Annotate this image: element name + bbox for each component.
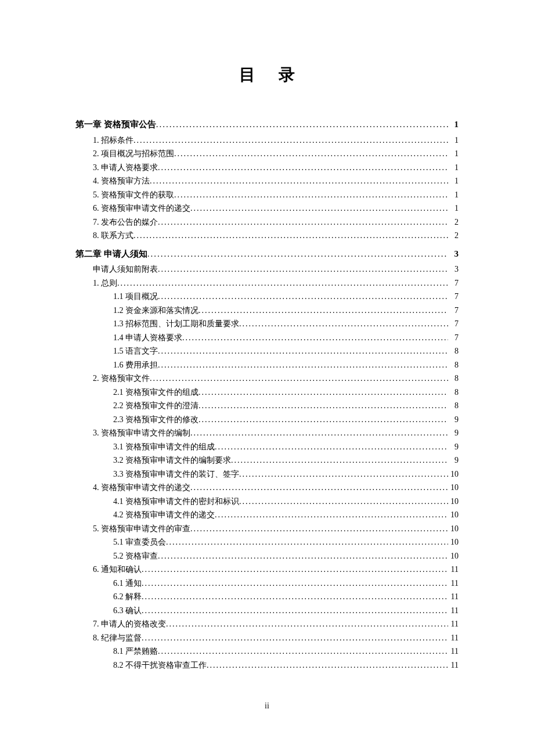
toc-leader-dots bbox=[199, 399, 448, 413]
page-number: ii bbox=[0, 701, 534, 711]
toc-entry-label: 1.6 费用承担 bbox=[113, 358, 158, 372]
toc-entry: 3.1 资格预审申请文件的组成 9 bbox=[75, 440, 459, 454]
toc-entry-page: 11 bbox=[448, 604, 459, 618]
toc-entry-label: 5.1 审查委员会 bbox=[113, 535, 166, 549]
toc-entry: 2.3 资格预审文件的修改 9 bbox=[75, 413, 459, 427]
toc-leader-dots bbox=[158, 290, 448, 304]
toc-entry-page: 1 bbox=[448, 147, 459, 161]
toc-entry: 1. 总则 7 bbox=[75, 276, 459, 290]
toc-entry-page: 10 bbox=[448, 467, 459, 481]
toc-entry-label: 2. 项目概况与招标范围 bbox=[93, 147, 174, 161]
toc-entry-label: 1.1 项目概况 bbox=[113, 290, 158, 304]
toc-entry-label: 1. 招标条件 bbox=[93, 134, 134, 147]
toc-entry-page: 11 bbox=[448, 617, 459, 631]
toc-leader-dots bbox=[147, 247, 448, 261]
toc-entry: 5.1 审查委员会 10 bbox=[75, 535, 459, 549]
toc-entry-page: 9 bbox=[448, 440, 459, 454]
toc-leader-dots bbox=[215, 508, 448, 522]
toc-entry-label: 3. 申请人资格要求 bbox=[93, 161, 158, 175]
toc-leader-dots bbox=[117, 276, 448, 290]
toc-entry: 1.4 申请人资格要求 7 bbox=[75, 331, 459, 345]
toc-entry-label: 4. 资格预审申请文件的递交 bbox=[93, 481, 190, 495]
toc-entry-page: 1 bbox=[448, 201, 459, 215]
toc-entry-page: 2 bbox=[448, 229, 459, 243]
toc-entry-page: 8 bbox=[448, 372, 459, 386]
toc-leader-dots bbox=[156, 118, 448, 132]
toc-entry-label: 6.2 解释 bbox=[113, 590, 142, 604]
toc-entry-page: 9 bbox=[448, 413, 459, 427]
toc-entry-label: 第一章 资格预审公告 bbox=[75, 118, 156, 132]
toc-entry-page: 7 bbox=[448, 290, 459, 304]
toc-entry-label: 2. 资格预审文件 bbox=[93, 372, 150, 386]
toc-entry-label: 5. 资格预审申请文件的审查 bbox=[93, 522, 190, 536]
toc-entry-label: 1.2 资金来源和落实情况 bbox=[113, 304, 199, 318]
toc-entry: 6. 资格预审申请文件的递交 1 bbox=[75, 201, 459, 215]
toc-leader-dots bbox=[142, 563, 448, 577]
toc-entry-label: 7. 发布公告的媒介 bbox=[93, 215, 158, 229]
toc-entry: 6.1 通知 11 bbox=[75, 577, 459, 591]
toc-leader-dots bbox=[166, 535, 448, 549]
toc-entry: 7. 申请人的资格改变 11 bbox=[75, 617, 459, 631]
toc-entry: 1.5 语言文字 8 bbox=[75, 344, 459, 358]
toc-entry: 6. 通知和确认 11 bbox=[75, 563, 459, 577]
toc-entry: 3. 申请人资格要求 1 bbox=[75, 161, 459, 175]
toc-leader-dots bbox=[158, 161, 448, 175]
toc-entry: 1.3 招标范围、计划工期和质量要求 7 bbox=[75, 317, 459, 331]
toc-entry-page: 8 bbox=[448, 386, 459, 399]
toc-entry: 1.2 资金来源和落实情况 7 bbox=[75, 304, 459, 318]
toc-entry: 1. 招标条件 1 bbox=[75, 134, 459, 147]
toc-leader-dots bbox=[239, 495, 448, 509]
toc-entry-page: 11 bbox=[448, 631, 459, 645]
toc-entry: 8. 纪律与监督 11 bbox=[75, 631, 459, 645]
toc-entry-page: 8 bbox=[448, 399, 459, 413]
toc-entry-label: 第二章 申请人须知 bbox=[75, 247, 147, 261]
toc-entry-label: 5.2 资格审查 bbox=[113, 549, 158, 563]
toc-leader-dots bbox=[199, 386, 448, 399]
toc-entry-label: 4.2 资格预审申请文件的递交 bbox=[113, 508, 215, 522]
toc-entry-label: 2.2 资格预审文件的澄清 bbox=[113, 399, 199, 413]
toc-entry: 4.1 资格预审申请文件的密封和标识 10 bbox=[75, 495, 459, 509]
toc-entry-label: 1.4 申请人资格要求 bbox=[113, 331, 182, 345]
toc-entry: 8.2 不得干扰资格审查工作 11 bbox=[75, 658, 459, 672]
toc-leader-dots bbox=[150, 174, 448, 188]
toc-leader-dots bbox=[239, 317, 448, 331]
toc-entry: 5.2 资格审查 10 bbox=[75, 549, 459, 563]
toc-entry: 8.1 严禁贿赂 11 bbox=[75, 645, 459, 658]
toc-entry-label: 4.1 资格预审申请文件的密封和标识 bbox=[113, 495, 239, 509]
toc-entry-label: 8. 联系方式 bbox=[93, 229, 134, 243]
toc-leader-dots bbox=[158, 645, 448, 658]
toc-entry: 6.2 解释 11 bbox=[75, 590, 459, 604]
toc-leader-dots bbox=[174, 188, 448, 202]
toc-entry-page: 1 bbox=[448, 134, 459, 147]
toc-leader-dots bbox=[158, 344, 448, 358]
toc-entry-label: 8. 纪律与监督 bbox=[93, 631, 142, 645]
toc-entry-label: 2.3 资格预审文件的修改 bbox=[113, 413, 199, 427]
toc-leader-dots bbox=[199, 413, 448, 427]
toc-entry: 5. 资格预审文件的获取 1 bbox=[75, 188, 459, 202]
toc-entry-label: 2.1 资格预审文件的组成 bbox=[113, 386, 199, 399]
toc-entry-page: 11 bbox=[448, 590, 459, 604]
toc-entry-label: 8.1 严禁贿赂 bbox=[113, 645, 158, 658]
page-title: 目录 bbox=[75, 64, 459, 86]
toc-entry-label: 5. 资格预审文件的获取 bbox=[93, 188, 174, 202]
toc-entry-label: 6.1 通知 bbox=[113, 577, 142, 591]
toc-entry: 2.2 资格预审文件的澄清 8 bbox=[75, 399, 459, 413]
toc-entry-page: 7 bbox=[448, 331, 459, 345]
toc-entry: 2. 资格预审文件 8 bbox=[75, 372, 459, 386]
toc-entry-page: 10 bbox=[448, 495, 459, 509]
toc-entry: 2.1 资格预审文件的组成 8 bbox=[75, 386, 459, 399]
toc-entry-page: 11 bbox=[448, 577, 459, 591]
toc-entry-page: 7 bbox=[448, 276, 459, 290]
toc-entry: 3.3 资格预审申请文件的装订、签字 10 bbox=[75, 467, 459, 481]
toc-leader-dots bbox=[142, 577, 448, 591]
toc-leader-dots bbox=[134, 134, 448, 147]
toc-leader-dots bbox=[231, 453, 448, 467]
toc-leader-dots bbox=[158, 215, 448, 229]
toc-leader-dots bbox=[207, 658, 448, 672]
toc-leader-dots bbox=[150, 372, 448, 386]
toc-entry: 3. 资格预审申请文件的编制 9 bbox=[75, 426, 459, 440]
toc-leader-dots bbox=[158, 549, 448, 563]
toc-entry: 7. 发布公告的媒介 2 bbox=[75, 215, 459, 229]
toc-entry-label: 7. 申请人的资格改变 bbox=[93, 617, 166, 631]
toc-entry-page: 7 bbox=[448, 304, 459, 318]
